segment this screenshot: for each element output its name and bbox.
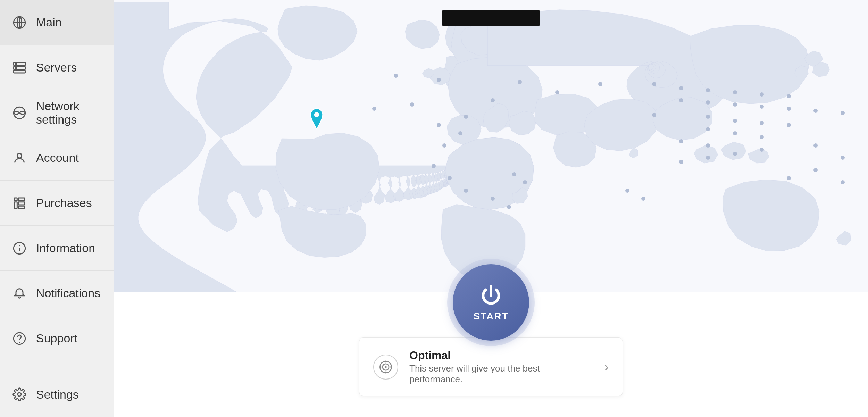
sidebar-label-information: Information — [36, 241, 95, 255]
server-dot — [760, 105, 764, 109]
svg-point-22 — [314, 112, 319, 117]
sidebar-label-main: Main — [36, 16, 62, 29]
server-dot — [598, 82, 602, 86]
svg-point-7 — [15, 63, 16, 64]
notifications-icon — [11, 285, 28, 302]
server-dot — [787, 176, 791, 180]
server-dot — [679, 86, 683, 90]
server-dot — [507, 205, 511, 209]
location-pin — [308, 108, 325, 131]
server-dot — [733, 119, 737, 123]
server-dot — [733, 102, 737, 107]
svg-point-20 — [19, 342, 20, 343]
svg-rect-12 — [18, 198, 25, 201]
server-dot — [706, 143, 710, 148]
server-dot — [652, 113, 656, 117]
server-dot — [679, 160, 683, 164]
server-dot — [464, 189, 468, 193]
optimal-title: Optimal — [409, 349, 593, 362]
server-dot — [437, 123, 441, 127]
server-dot — [760, 148, 764, 152]
server-dot — [841, 156, 845, 160]
sidebar-item-settings[interactable]: Settings — [0, 372, 114, 417]
server-dot — [733, 131, 737, 135]
server-dot — [706, 88, 710, 92]
account-icon — [11, 150, 28, 166]
network-icon — [11, 105, 28, 121]
main-content: START Optimal This server will give you … — [114, 0, 868, 417]
sidebar-item-purchases[interactable]: Purchases — [0, 181, 114, 226]
sidebar-label-notifications: Notifications — [36, 286, 100, 300]
target-icon — [378, 359, 393, 375]
sidebar-label-servers: Servers — [36, 61, 77, 74]
svg-rect-14 — [18, 202, 25, 205]
server-dot — [841, 111, 845, 115]
sidebar-item-notifications[interactable]: Notifications — [0, 271, 114, 316]
sidebar-label-support: Support — [36, 332, 77, 345]
server-dot — [432, 164, 436, 168]
svg-rect-13 — [14, 202, 17, 208]
server-dot — [518, 80, 522, 84]
sidebar-item-main[interactable]: Main — [0, 0, 114, 45]
purchases-icon — [11, 195, 28, 211]
svg-point-25 — [385, 366, 387, 368]
server-dot — [679, 139, 683, 143]
svg-point-10 — [17, 153, 22, 158]
server-icon — [11, 59, 28, 76]
globe-icon — [11, 14, 28, 31]
server-dot — [652, 82, 656, 86]
sidebar-item-information[interactable]: Information — [0, 226, 114, 271]
settings-icon — [11, 386, 28, 403]
server-dot — [442, 143, 446, 148]
optimal-icon — [373, 355, 398, 380]
sidebar-item-network-settings[interactable]: Network settings — [0, 90, 114, 135]
server-dot — [706, 100, 710, 105]
server-dot — [706, 127, 710, 131]
optimal-card[interactable]: Optimal This server will give you the be… — [359, 337, 623, 396]
svg-rect-6 — [14, 70, 25, 73]
optimal-description: This server will give you the best perfo… — [409, 363, 593, 385]
svg-rect-11 — [14, 198, 17, 201]
sidebar-item-account[interactable]: Account — [0, 135, 114, 181]
server-dot — [813, 168, 818, 172]
server-dot — [760, 121, 764, 125]
sidebar: Main Servers Network settings — [0, 0, 114, 417]
server-dot — [787, 107, 791, 111]
server-dot — [813, 143, 818, 148]
server-dot — [841, 180, 845, 184]
sidebar-item-support[interactable]: Support — [0, 316, 114, 361]
information-icon — [11, 240, 28, 257]
start-label: START — [473, 311, 508, 322]
server-dot — [733, 152, 737, 156]
server-dot — [760, 92, 764, 97]
server-dot — [733, 90, 737, 94]
svg-point-18 — [19, 245, 20, 246]
sidebar-item-servers[interactable]: Servers — [0, 45, 114, 90]
server-dot — [372, 107, 376, 111]
server-dot — [512, 172, 516, 176]
server-dot — [555, 90, 559, 94]
svg-point-21 — [18, 393, 21, 396]
optimal-text-container: Optimal This server will give you the be… — [409, 349, 593, 385]
svg-point-8 — [15, 67, 16, 68]
server-dot — [464, 115, 468, 119]
server-dot — [679, 98, 683, 102]
svg-rect-15 — [18, 206, 25, 208]
power-button[interactable]: START — [453, 264, 529, 341]
support-icon — [11, 330, 28, 347]
server-dot — [458, 131, 462, 135]
server-dot — [787, 94, 791, 98]
server-dot — [410, 102, 414, 107]
power-button-wrapper: START — [453, 264, 529, 341]
sidebar-label-network-settings: Network settings — [36, 99, 102, 126]
sidebar-label-settings: Settings — [36, 388, 79, 401]
power-icon — [478, 283, 503, 308]
server-dot — [813, 109, 818, 113]
redacted-bar — [442, 10, 540, 26]
sidebar-label-purchases: Purchases — [36, 196, 92, 210]
server-dot — [787, 123, 791, 127]
server-dot — [625, 189, 629, 193]
chevron-right-icon: › — [604, 359, 609, 375]
sidebar-label-account: Account — [36, 151, 79, 165]
